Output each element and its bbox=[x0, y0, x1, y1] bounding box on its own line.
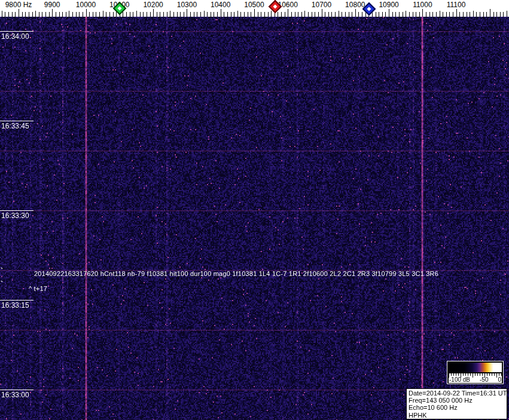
marker-highlight bbox=[367, 7, 371, 11]
freq-tick bbox=[281, 12, 282, 17]
freq-tick bbox=[113, 12, 114, 17]
freq-tick bbox=[163, 12, 164, 17]
freq-axis-label: 10500 bbox=[244, 1, 264, 9]
freq-tick bbox=[271, 11, 272, 17]
freq-tick bbox=[355, 9, 356, 17]
freq-tick bbox=[358, 12, 359, 17]
freq-axis-label: 10900 bbox=[379, 1, 398, 9]
freq-axis-label: 10200 bbox=[143, 1, 163, 9]
freq-tick bbox=[89, 12, 90, 17]
freq-tick bbox=[8, 12, 9, 17]
db-tick bbox=[451, 373, 452, 376]
freq-tick bbox=[197, 12, 197, 17]
freq-axis-label: 9900 bbox=[44, 1, 60, 9]
freq-tick bbox=[184, 12, 184, 17]
freq-tick bbox=[315, 12, 315, 17]
freq-tick bbox=[426, 12, 426, 17]
time-axis-label: 16:33:15 bbox=[1, 301, 29, 309]
freq-tick bbox=[268, 12, 269, 17]
time-tick bbox=[0, 121, 33, 121]
freq-tick bbox=[49, 12, 50, 17]
freq-tick bbox=[446, 12, 447, 17]
freq-tick bbox=[211, 12, 211, 17]
freq-tick bbox=[214, 12, 214, 17]
freq-tick bbox=[93, 12, 93, 17]
freq-tick bbox=[395, 12, 396, 17]
freq-tick bbox=[308, 12, 309, 17]
freq-tick bbox=[133, 12, 133, 17]
freq-tick bbox=[59, 12, 60, 17]
time-axis-label: 16:33:00 bbox=[1, 391, 29, 399]
freq-tick bbox=[399, 12, 400, 17]
freq-tick bbox=[318, 12, 319, 17]
db-tick bbox=[453, 373, 454, 376]
db-tick bbox=[458, 373, 459, 376]
db-tick bbox=[463, 373, 464, 376]
db-tick bbox=[468, 373, 468, 376]
freq-tick bbox=[72, 12, 73, 17]
freq-tick bbox=[109, 12, 110, 17]
freq-axis-label: 10700 bbox=[312, 1, 331, 9]
db-tick bbox=[501, 373, 502, 376]
time-tick bbox=[0, 390, 33, 390]
freq-tick bbox=[440, 11, 440, 17]
db-tick bbox=[482, 373, 483, 376]
freq-tick bbox=[227, 12, 228, 17]
frequency-ruler[interactable]: 9800 Hz990010000101001020010300104001050… bbox=[0, 0, 509, 17]
status-info-box: Date=2014-09-22 Time=16:31 UTC Freq=143 … bbox=[406, 388, 507, 419]
db-label-mid: -50 bbox=[480, 377, 488, 383]
freq-tick bbox=[352, 12, 352, 17]
freq-tick bbox=[42, 12, 42, 17]
freq-tick bbox=[22, 12, 23, 17]
freq-tick bbox=[419, 12, 420, 17]
freq-tick bbox=[251, 12, 251, 17]
freq-tick bbox=[476, 12, 477, 17]
freq-tick bbox=[224, 12, 224, 17]
freq-tick bbox=[167, 12, 167, 17]
freq-tick bbox=[385, 12, 386, 17]
freq-tick bbox=[221, 9, 221, 17]
marker-highlight bbox=[117, 6, 121, 10]
freq-tick bbox=[187, 9, 187, 17]
freq-tick bbox=[312, 12, 312, 17]
freq-tick bbox=[66, 12, 66, 17]
db-tick bbox=[456, 373, 456, 376]
freq-axis-label: 10000 bbox=[76, 1, 96, 9]
echo-line: Echo=10 600 Hz bbox=[409, 404, 507, 411]
freq-tick bbox=[240, 12, 241, 17]
freq-tick bbox=[170, 11, 170, 17]
db-tick bbox=[461, 373, 461, 378]
freq-tick bbox=[403, 12, 403, 17]
freq-tick bbox=[295, 12, 295, 17]
spectrogram-plot[interactable] bbox=[0, 17, 509, 420]
freq-tick bbox=[79, 12, 80, 17]
freq-tick bbox=[496, 12, 497, 17]
db-labels: -100 dB -50 0 bbox=[449, 377, 502, 383]
freq-tick bbox=[143, 12, 144, 17]
frequency-line: Freq=143 050 000 Hz bbox=[409, 397, 507, 404]
freq-tick bbox=[331, 12, 332, 17]
freq-tick bbox=[32, 12, 33, 17]
freq-tick bbox=[200, 12, 201, 17]
freq-tick bbox=[362, 12, 362, 17]
freq-tick bbox=[443, 12, 443, 17]
freq-tick bbox=[345, 12, 346, 17]
freq-tick bbox=[304, 11, 305, 17]
db-tick bbox=[492, 373, 492, 376]
freq-tick bbox=[35, 11, 36, 17]
freq-tick bbox=[123, 12, 123, 17]
freq-tick bbox=[406, 11, 406, 17]
freq-tick bbox=[2, 11, 2, 17]
freq-tick bbox=[234, 12, 234, 17]
echo-edge-mark: ` bbox=[1, 267, 3, 275]
freq-tick bbox=[301, 12, 302, 17]
freq-tick bbox=[157, 12, 157, 17]
freq-tick bbox=[493, 12, 494, 17]
freq-tick bbox=[392, 12, 393, 17]
freq-tick bbox=[500, 12, 501, 17]
freq-tick bbox=[62, 12, 63, 17]
freq-tick bbox=[456, 9, 457, 17]
time-offset-annotation: ^ t+17 bbox=[29, 285, 47, 292]
freq-tick bbox=[45, 12, 46, 17]
freq-axis-label: 10300 bbox=[177, 1, 197, 9]
